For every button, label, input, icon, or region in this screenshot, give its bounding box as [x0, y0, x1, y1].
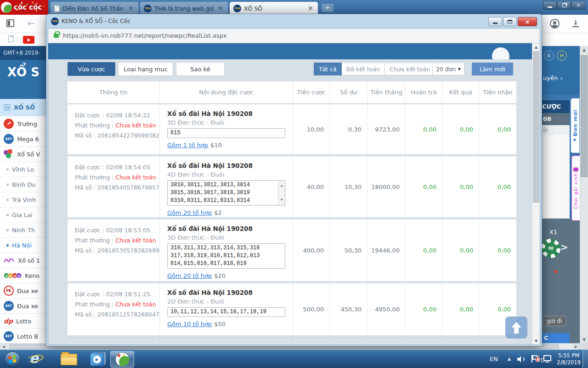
sidebar-toggle-icon[interactable]: [6, 19, 14, 27]
browser-tab-tha[interactable]: THA THA là trang web giải trí h ×: [140, 2, 228, 15]
tab-close-icon[interactable]: ×: [127, 4, 135, 12]
refund: 0,00: [405, 283, 442, 335]
bet-numbers-box[interactable]: 10,11,12,13,14,15,16,17,18,19: [167, 307, 285, 317]
popup-close-button[interactable]: ×: [518, 17, 537, 26]
sidebar-item-truong[interactable]: ↗ Trường: [0, 116, 46, 132]
file-explorer-icon[interactable]: [61, 354, 77, 365]
sidebar-item-ninhthuan[interactable]: Ninh Th: [0, 223, 46, 238]
taskbar-clock[interactable]: 5:55 PM 2/8/2019: [557, 352, 581, 366]
show-desktop-button[interactable]: [582, 350, 588, 368]
sidebar-item-lotto[interactable]: dp Lotto: [0, 314, 46, 329]
bullet-icon: [6, 214, 9, 216]
new-tab-button[interactable]: +: [322, 4, 334, 12]
casino-chip-icon[interactable]: 00: [541, 239, 560, 258]
badge-r[interactable]: R: [544, 51, 554, 61]
bet-numbers-box[interactable]: 3810,3811,3812,3813,3814 3815,3816,3817,…: [167, 180, 285, 206]
page-vertical-scrollbar[interactable]: ▲ ▼: [580, 46, 588, 343]
sidebar-item-hanoi[interactable]: Hà Nội: [0, 238, 46, 253]
bet-panel-tab[interactable]: CƯỢC: [541, 100, 570, 113]
popup-vertical-scrollbar[interactable]: ▲ ▼: [532, 43, 540, 345]
total-amount: 950,00: [293, 338, 329, 345]
tab-close-icon[interactable]: ×: [306, 4, 314, 12]
bookmark-page-icon[interactable]: [8, 35, 14, 42]
tha-site-icon: THA: [233, 5, 241, 12]
status-badge: Chưa kết toán: [115, 237, 156, 244]
scrollbar-thumb[interactable]: [581, 55, 588, 177]
page-size-dropdown[interactable]: 20 đơn ▼: [432, 63, 464, 75]
filter-all-button[interactable]: Tất cả: [314, 63, 342, 75]
badge-h[interactable]: H: [557, 51, 567, 61]
sidebar-item-mega6[interactable]: BET Mega 6: [0, 132, 46, 147]
popup-address-bar[interactable]: https://nsb5-vn.nsb777.net/report/newpc/…: [48, 29, 540, 43]
popup-minimize-button[interactable]: [488, 17, 502, 26]
tha-site-icon: THA: [144, 5, 152, 12]
sidebar-item-binhduong[interactable]: Bình Du: [0, 177, 46, 192]
gmt-time-bar: GMT+8 2019-: [0, 46, 46, 60]
browser-tab-xoso[interactable]: THA XỔ SỐ ×: [230, 2, 318, 15]
url-text[interactable]: https://nsb5-vn.nsb777.net/report/newpc/…: [63, 32, 227, 39]
sidebar-item-lottob[interactable]: BET Lotto B: [0, 329, 46, 344]
download-icon[interactable]: ↓: [572, 19, 579, 27]
internet-explorer-icon[interactable]: e: [29, 351, 39, 366]
chat-vertical-tab[interactable]: Chơi gái xinh: [571, 155, 580, 221]
filter-just-bet-button[interactable]: Vừa cược: [68, 62, 115, 76]
numbers-scrollbar[interactable]: ▲▼: [278, 181, 285, 205]
new-order-vertical-tab[interactable]: Đơn mới ▶: [571, 98, 580, 153]
scrollbar-thumb[interactable]: [533, 51, 539, 203]
popup-maximize-button[interactable]: [503, 17, 517, 26]
filter-category-button[interactable]: Loại hạng mục: [118, 62, 173, 76]
profile-avatar-icon[interactable]: [550, 19, 560, 29]
sidebar-item-keno[interactable]: KENO Keno: [0, 268, 46, 283]
sidebar-item-xoso[interactable]: XỔ SỐ: [0, 99, 46, 116]
total-result: 0,00: [442, 338, 479, 345]
sidebar-item-travinh[interactable]: Trà Vinh: [0, 192, 46, 207]
combo-link[interactable]: Gồm 10 tổ hợp: [167, 321, 212, 328]
scroll-down-icon[interactable]: ▼: [580, 336, 588, 343]
tray-expand-icon[interactable]: ▲: [508, 356, 511, 361]
coccoc-taskbar-button[interactable]: [110, 351, 134, 368]
sidebar-item-xosov[interactable]: Xổ Số V: [0, 147, 46, 162]
sidebar-item-duaxe-bet[interactable]: BET Đua xe: [0, 299, 46, 314]
logo-circle: [492, 47, 509, 59]
sidebar-item-xoso1[interactable]: Xổ số 1: [0, 253, 46, 268]
language-indicator[interactable]: EN: [490, 356, 498, 362]
back-to-top-button[interactable]: [505, 316, 527, 339]
back-icon[interactable]: ←: [28, 18, 35, 28]
scroll-up-icon[interactable]: ▲: [580, 46, 588, 53]
combo-link[interactable]: Gồm 1 tổ hợp: [167, 142, 208, 149]
bet-numbers-box[interactable]: 310,311,312,313,314,315,316 317,318,319,…: [167, 243, 285, 269]
youtube-icon[interactable]: [23, 36, 34, 44]
filter-statement-button[interactable]: Sao kê: [176, 62, 225, 76]
combo-link[interactable]: Gồm 20 tổ hợp: [167, 209, 212, 216]
coccoc-logo-icon: [116, 353, 129, 366]
scroll-right-icon[interactable]: ▶: [572, 344, 580, 350]
filter-unsettled-button[interactable]: Chưa kết toán: [385, 63, 435, 75]
minimize-button[interactable]: [543, 1, 557, 10]
scroll-down-icon[interactable]: ▼: [532, 337, 540, 345]
pk-racing-icon: PK: [4, 286, 14, 296]
filter-settled-button[interactable]: Đã kết toán: [342, 63, 385, 75]
sidebar-item-gialai[interactable]: Gia Lai: [0, 207, 46, 223]
scroll-left-icon[interactable]: ◀: [0, 344, 7, 350]
sidebar-item-duaxe-pk[interactable]: PK Đua xe: [0, 283, 46, 299]
popup-titlebar[interactable]: THA KENO & XỔ SỐ - Cốc Cốc: [46, 14, 542, 28]
media-player-icon[interactable]: [90, 353, 104, 366]
action-center-flag-icon[interactable]: [532, 355, 538, 360]
sidebar-item-vinhlong[interactable]: Vĩnh Lo: [0, 162, 46, 177]
total-win: 52119,00: [367, 338, 405, 345]
username-menu[interactable]: uyền ∨: [543, 75, 563, 81]
network-icon[interactable]: [543, 355, 551, 361]
refresh-button[interactable]: Làm mới: [472, 63, 513, 75]
volume-icon[interactable]: [517, 356, 525, 362]
bet-numbers-box[interactable]: 615: [167, 128, 285, 138]
combo-link[interactable]: Gồm 20 tổ hợp: [167, 272, 212, 279]
close-button[interactable]: ×: [571, 1, 585, 10]
start-button[interactable]: [5, 351, 20, 367]
tab-close-icon[interactable]: ×: [216, 4, 224, 12]
scroll-up-icon[interactable]: ▲: [532, 43, 540, 51]
send-bet-button[interactable]: gửi đi: [542, 316, 566, 326]
alert-badge: [535, 357, 540, 362]
restore-button[interactable]: [557, 1, 571, 10]
browser-tab-forum[interactable]: Diễn Đàn Xổ Số Thần Tài ×: [51, 2, 139, 15]
chevron-right-icon[interactable]: >: [560, 242, 568, 253]
